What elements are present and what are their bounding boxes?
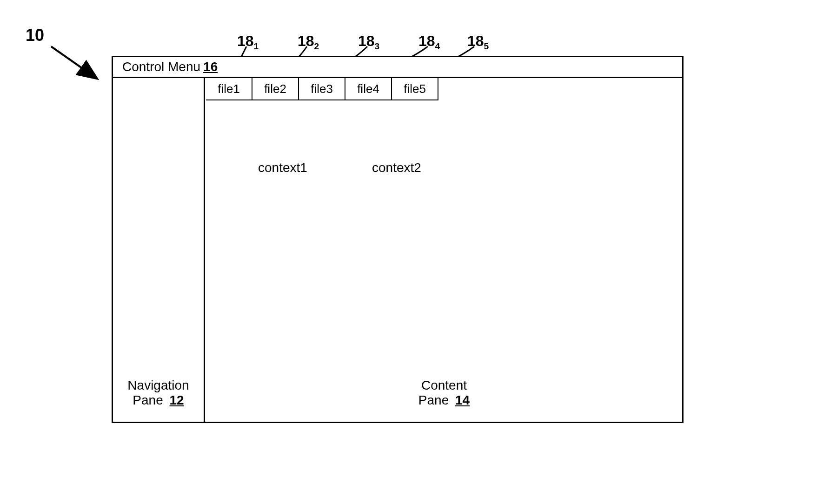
- tab-file3[interactable]: file3: [299, 78, 345, 100]
- callout-18-1: 181: [237, 33, 259, 52]
- nav-pane-label: Navigation Pane 12: [113, 378, 204, 408]
- control-menu[interactable]: Control Menu 16: [113, 57, 682, 78]
- callout-18-5: 185: [467, 33, 489, 52]
- tab-label: file3: [311, 82, 333, 96]
- tabs-container: file1 file2 file3 file4 file5: [206, 78, 438, 100]
- control-menu-label: Control Menu: [122, 60, 200, 74]
- navigation-pane: Navigation Pane 12: [113, 78, 205, 422]
- tab-file4[interactable]: file4: [345, 78, 392, 100]
- tab-label: file1: [218, 82, 240, 96]
- tab-file1[interactable]: file1: [206, 78, 252, 100]
- nav-pane-ref: 12: [170, 393, 184, 407]
- tab-label: file4: [357, 82, 379, 96]
- control-menu-ref: 16: [203, 60, 218, 74]
- tab-file2[interactable]: file2: [252, 78, 299, 100]
- tab-file5[interactable]: file5: [392, 78, 438, 100]
- svg-line-1: [51, 46, 98, 79]
- callout-18-4: 184: [418, 33, 440, 52]
- callout-18-3: 183: [358, 33, 379, 52]
- content-pane-label: Content Pane 14: [206, 378, 682, 408]
- callout-18-2: 182: [298, 33, 319, 52]
- app-window: Control Menu 16 Navigation Pane 12 file1…: [112, 56, 684, 423]
- context1-label: context1: [258, 160, 307, 175]
- tab-label: file2: [264, 82, 286, 96]
- tab-label: file5: [404, 82, 426, 96]
- context2-label: context2: [372, 160, 421, 175]
- content-pane: file1 file2 file3 file4 file5 Content Pa…: [206, 78, 682, 422]
- figure-ref-10: 10: [26, 26, 44, 45]
- content-pane-ref: 14: [455, 393, 470, 407]
